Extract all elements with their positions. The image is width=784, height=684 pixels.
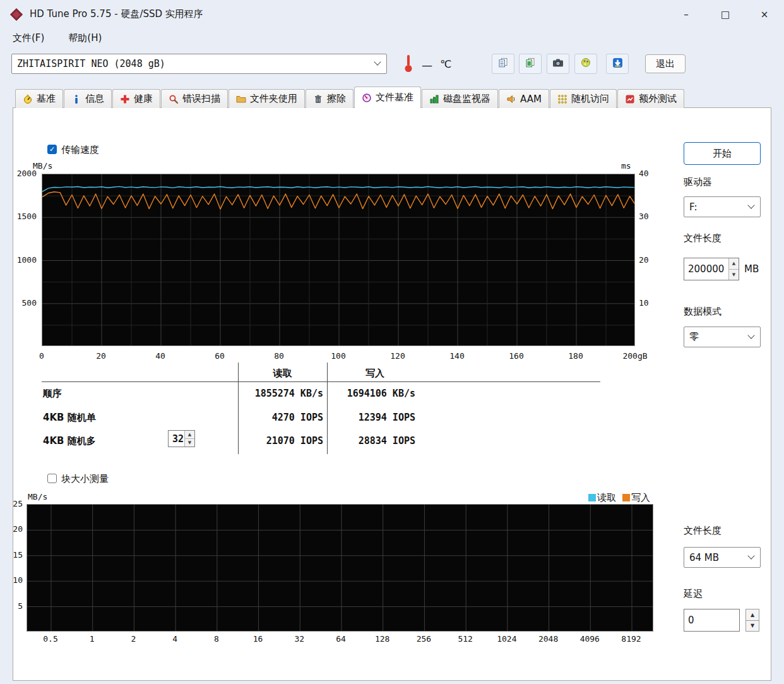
chevron-down-icon: [747, 332, 754, 339]
spin-up-icon[interactable]: ▲: [729, 258, 739, 270]
tab-health[interactable]: 健康: [112, 89, 160, 108]
tab-extra-tests[interactable]: 额外测试: [617, 89, 684, 108]
dots-grid-icon: [557, 94, 567, 104]
tab-info[interactable]: 信息: [64, 89, 112, 108]
write-swatch-icon: [622, 494, 630, 501]
tab-label: 随机访问: [571, 93, 609, 105]
queue-depth-value: 32: [169, 431, 184, 447]
maximize-button[interactable]: □: [706, 0, 745, 28]
row-label-4kb-single: 4KB 随机单: [43, 411, 163, 424]
chart1-yleft-unit: MB/s: [33, 161, 52, 171]
tab-disk-monitor[interactable]: 磁盘监视器: [422, 89, 498, 108]
window-title: HD Tune Pro 5.75 - 硬盘/SSD 实用程序: [30, 8, 203, 20]
file-length2-label: 文件长度: [684, 525, 722, 537]
block-size-chart: [27, 504, 653, 632]
magnifier-icon: [169, 94, 179, 104]
drive-select[interactable]: ZHITAISPIRIT NEO (2048 gB): [11, 54, 387, 74]
table-header-read: 读取: [238, 367, 327, 380]
toolbar: ZHITAISPIRIT NEO (2048 gB) — ℃: [0, 47, 784, 84]
sequential-write-value: 1694106 KB/s: [329, 387, 415, 400]
4kb-single-read-value: 4270 IOPS: [240, 411, 323, 424]
sequential-read-value: 1855274 KB/s: [240, 387, 323, 400]
tab-file-benchmark[interactable]: 文件基准: [354, 87, 421, 108]
delay-value: 0: [684, 609, 739, 631]
file-benchmark-icon: [362, 93, 372, 103]
block-file-length-value: 64 MB: [689, 552, 719, 563]
tab-label: 额外测试: [639, 93, 677, 105]
4kb-single-write-value: 12394 IOPS: [329, 411, 415, 424]
benchmark-icon: [23, 94, 33, 104]
exit-button[interactable]: 退出: [645, 54, 686, 73]
table-header-write: 写入: [327, 367, 423, 380]
spinner-arrows[interactable]: ▲▼: [184, 431, 194, 447]
tab-label: 健康: [134, 93, 153, 105]
close-button[interactable]: ×: [745, 0, 784, 28]
drive-select-value: ZHITAISPIRIT NEO (2048 gB): [17, 58, 165, 69]
menu-file[interactable]: 文件(F): [9, 31, 48, 45]
update-button[interactable]: [606, 54, 629, 74]
start-button[interactable]: 开始: [684, 142, 761, 165]
copy-text-icon: [498, 57, 508, 70]
options-button[interactable]: [574, 54, 597, 74]
file-length-spinner[interactable]: 200000 ▲▼: [684, 258, 739, 280]
palette-icon: [581, 57, 591, 70]
table-divider: [42, 381, 600, 382]
tab-bar: 基准 信息 健康 错误扫描 文件夹使用 擦除 文件基准 磁盘监视器: [13, 87, 771, 108]
copy-text-button[interactable]: [492, 54, 514, 74]
file-length-unit: MB: [744, 263, 759, 275]
data-mode-select[interactable]: 零: [684, 327, 761, 347]
tab-random-access[interactable]: 随机访问: [550, 89, 617, 108]
chevron-down-icon: [747, 552, 754, 559]
tab-folder-usage[interactable]: 文件夹使用: [229, 89, 305, 108]
queue-depth-spinner[interactable]: 32 ▲▼: [168, 430, 195, 447]
tab-label: 磁盘监视器: [443, 93, 490, 105]
tab-erase[interactable]: 擦除: [306, 89, 353, 108]
delay-label: 延迟: [684, 588, 703, 600]
data-mode-value: 零: [689, 331, 699, 343]
block-size-label: 块大小测量: [61, 473, 109, 485]
legend-write: 写入: [622, 492, 650, 504]
copy-image-button[interactable]: [519, 54, 542, 74]
spinner-arrows[interactable]: ▲▼: [728, 258, 739, 280]
tab-label: 文件夹使用: [250, 93, 297, 105]
menu-help[interactable]: 帮助(H): [64, 31, 105, 45]
block-size-checkbox[interactable]: [47, 474, 57, 483]
chevron-down-icon: [747, 201, 754, 208]
drive-letter-select[interactable]: F:: [684, 196, 761, 217]
spin-down-icon[interactable]: ▼: [746, 621, 759, 632]
tab-error-scan[interactable]: 错误扫描: [161, 89, 228, 108]
drive-letter-value: F:: [689, 201, 698, 213]
thermometer-icon: [402, 53, 415, 76]
title-bar: HD Tune Pro 5.75 - 硬盘/SSD 实用程序 – □ ×: [0, 0, 784, 28]
camera-icon: [552, 57, 564, 70]
screenshot-button[interactable]: [547, 54, 569, 74]
tab-aam[interactable]: AAM: [499, 89, 549, 108]
download-icon: [612, 57, 623, 71]
tab-benchmark[interactable]: 基准: [15, 89, 63, 108]
spin-down-icon[interactable]: ▼: [185, 439, 194, 447]
transfer-speed-chart: [42, 174, 635, 346]
4kb-multi-write-value: 28834 IOPS: [329, 435, 415, 447]
tab-label: 基准: [37, 93, 56, 105]
spin-up-icon[interactable]: ▲: [185, 431, 194, 439]
tab-label: 文件基准: [376, 92, 413, 104]
spin-down-icon[interactable]: ▼: [729, 270, 739, 280]
spin-up-icon[interactable]: ▲: [746, 609, 759, 621]
read-swatch-icon: [588, 494, 596, 501]
file-length-label: 文件长度: [684, 232, 722, 244]
minimize-button[interactable]: –: [667, 0, 706, 28]
folder-icon: [236, 94, 246, 104]
file-length-value: 200000: [684, 258, 728, 280]
tab-label: 错误扫描: [182, 93, 220, 105]
chevron-down-icon: [374, 58, 381, 65]
chart2-y-unit: MB/s: [28, 492, 47, 501]
delay-spinner-arrows[interactable]: ▲▼: [745, 609, 759, 632]
info-icon: [71, 94, 81, 104]
tab-label: 擦除: [327, 93, 346, 105]
transfer-speed-checkbox[interactable]: ✓: [47, 145, 57, 154]
block-file-length-select[interactable]: 64 MB: [684, 547, 761, 568]
trash-icon: [313, 94, 323, 104]
hd-tune-window: HD Tune Pro 5.75 - 硬盘/SSD 实用程序 – □ × 文件(…: [0, 0, 784, 684]
bar-chart-icon: [429, 94, 439, 104]
delay-input[interactable]: 0: [684, 609, 740, 632]
